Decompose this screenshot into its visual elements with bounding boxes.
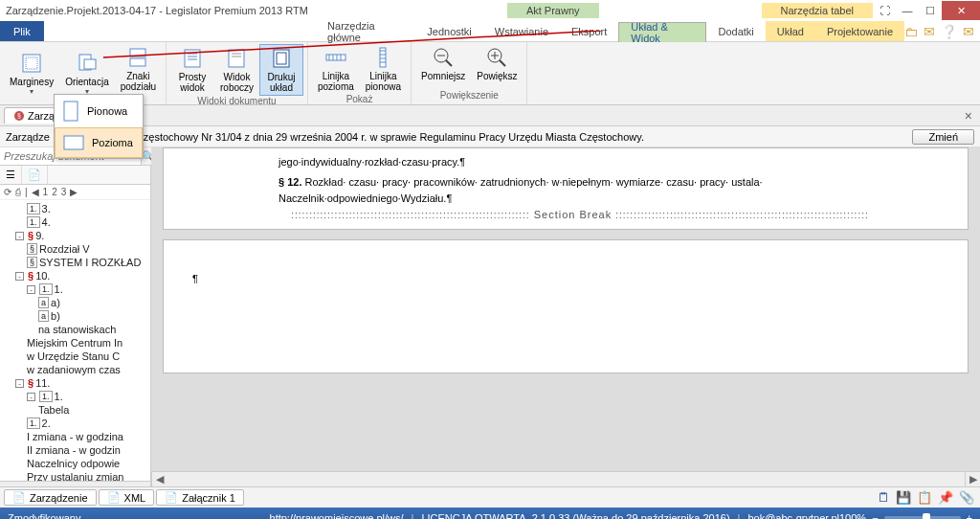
tree-scrollbar[interactable]: [0, 481, 150, 486]
ribbon-body: Marginesy▾ Orientacja▾ Znaki podziału▾ U…: [0, 42, 980, 105]
tree-node[interactable]: 1. 3.: [0, 202, 150, 215]
tree-node[interactable]: a a): [0, 296, 150, 309]
tree-node[interactable]: na stanowiskach: [0, 323, 150, 336]
tree-node[interactable]: § SYSTEM I ROZKŁAD: [0, 256, 150, 269]
title-bar: Zarządzenie.Projekt.2013-04-17 - Legisla…: [0, 0, 980, 21]
tab-dodatki[interactable]: Dodatki: [706, 21, 765, 41]
tab-wstawianie[interactable]: Wstawianie: [483, 21, 560, 41]
bt-icon-2[interactable]: 💾: [896, 490, 911, 505]
zmien-button[interactable]: Zmień: [912, 129, 974, 145]
tree-node[interactable]: § Rozdział V: [0, 242, 150, 256]
horizontal-scrollbar[interactable]: ◀ ▶: [151, 471, 980, 486]
btab-zarzadzenie[interactable]: 📄Zarządzenie: [4, 489, 97, 506]
help-icon[interactable]: ❔: [941, 24, 957, 39]
svg-line-29: [500, 60, 505, 66]
status-mod: Zmodyfikowany: [8, 512, 80, 519]
tab-uklad-widok[interactable]: Układ & Widok: [618, 22, 706, 42]
para-line: jego·indywidualny·rozkład·czasu·pracy.¶: [278, 154, 881, 170]
tab-table-projektowanie[interactable]: Projektowanie: [815, 21, 904, 41]
linijka-pozioma-button[interactable]: Linijka pozioma: [312, 44, 360, 94]
svg-rect-32: [64, 102, 78, 121]
status-zoom: 100%: [839, 512, 866, 519]
tab-plik[interactable]: Plik: [0, 21, 44, 41]
breaks-icon: [126, 46, 149, 69]
side-tab-structure-icon[interactable]: ☰: [0, 166, 22, 184]
document-tabs: § Zarząd × ×: [0, 105, 980, 126]
tree-node[interactable]: Tabela: [0, 403, 150, 417]
tool-refresh-icon[interactable]: ⟳: [4, 187, 11, 197]
status-url: http://prawomiejscowe.pl/ws/: [270, 512, 404, 519]
orientation-icon: [76, 52, 99, 75]
tree-node[interactable]: -§ 11.: [0, 376, 150, 390]
tree-node[interactable]: a b): [0, 309, 150, 323]
tree-node[interactable]: w Urzędzie Stanu C: [0, 350, 150, 363]
linijka-pionowa-button[interactable]: Linijka pionowa: [360, 44, 407, 94]
tree-node[interactable]: Naczelnicy odpowie: [0, 457, 150, 470]
tabs-close-button[interactable]: ×: [957, 108, 980, 124]
hruler-icon: [324, 46, 347, 69]
tab-narzedzia-glowne[interactable]: Narzędzia główne: [316, 21, 415, 41]
tree-node[interactable]: w zadaniowym czas: [0, 363, 150, 376]
fullscreen-icon[interactable]: ⛶: [873, 1, 896, 20]
folder-icon[interactable]: 🗀: [904, 24, 918, 39]
svg-rect-33: [64, 136, 83, 149]
tree-node[interactable]: Miejskim Centrum In: [0, 336, 150, 350]
tree-node[interactable]: 1. 2.: [0, 417, 150, 430]
btab-zalacznik[interactable]: 📄Załącznik 1: [156, 489, 244, 506]
drukuj-uklad-button[interactable]: Drukuj układ: [259, 44, 303, 96]
pomniejsz-button[interactable]: Pomniejsz: [415, 44, 471, 83]
svg-rect-6: [185, 50, 200, 67]
orientation-pionowa[interactable]: Pionowa: [55, 95, 143, 127]
side-tab-nav-icon[interactable]: 📄: [22, 166, 48, 184]
prosty-widok-button[interactable]: Prosty widok: [170, 44, 214, 96]
status-bar: Zmodyfikowany http://prawomiejscowe.pl/w…: [0, 508, 980, 519]
minimize-button[interactable]: —: [896, 1, 919, 20]
zoom-out-icon[interactable]: −: [872, 512, 878, 519]
zoom-in-icon[interactable]: +: [967, 512, 972, 519]
marginesy-button[interactable]: Marginesy▾: [4, 44, 59, 102]
bt-icon-4[interactable]: 📌: [938, 490, 953, 505]
widok-roboczy-button[interactable]: Widok roboczy: [214, 44, 259, 96]
tree-node[interactable]: I zmiana - w godzina: [0, 430, 150, 443]
close-button[interactable]: ✕: [942, 1, 980, 20]
btab-xml[interactable]: 📄XML: [99, 489, 155, 506]
tab-jednostki[interactable]: Jednostki: [415, 21, 482, 41]
bt-icon-3[interactable]: 📋: [917, 490, 932, 505]
svg-rect-3: [84, 59, 96, 69]
bt-icon-5[interactable]: 📎: [959, 490, 974, 505]
simple-view-icon: [181, 47, 204, 70]
tree-node[interactable]: II zmiana - w godzin: [0, 443, 150, 457]
tool-left-icon[interactable]: ◀: [32, 187, 39, 197]
document-canvas[interactable]: jego·indywidualny·rozkład·czasu·pracy.¶ …: [151, 147, 980, 471]
attach-icon: 📄: [165, 491, 178, 504]
status-license: LICENCJA OTWARTA, 2.1.0.33 (Ważna do 29 …: [421, 512, 729, 519]
powieksz-button[interactable]: Powiększ: [471, 44, 523, 83]
structure-tree[interactable]: 1. 3.1. 4.-§ 9.§ Rozdział V§ SYSTEM I RO…: [0, 200, 150, 481]
tree-node[interactable]: 1. 4.: [0, 215, 150, 229]
scroll-left-icon[interactable]: ◀: [151, 472, 167, 486]
doc-icon: 📄: [12, 491, 26, 504]
status-email: bok@abc-grytner.pl: [747, 512, 839, 519]
tree-node[interactable]: -§ 9.: [0, 229, 150, 242]
maximize-button[interactable]: ☐: [919, 1, 942, 20]
tree-node[interactable]: -1. 1.: [0, 282, 150, 296]
tree-node[interactable]: -1. 1.: [0, 390, 150, 403]
tab-table-uklad[interactable]: Układ: [766, 21, 815, 41]
scroll-right-icon[interactable]: ▶: [965, 472, 980, 486]
orientation-pozioma[interactable]: Pozioma: [55, 127, 143, 158]
page-2: ¶: [163, 239, 969, 373]
mail-icon[interactable]: ✉: [924, 24, 935, 39]
svg-line-26: [446, 60, 452, 66]
info-icon[interactable]: ✉: [963, 24, 974, 39]
tool-right-icon[interactable]: ▶: [70, 187, 78, 197]
side-panel: 🔍 ☰ 📄 ⟳ ⎙ | ◀ 1 2 3 ▶ 1. 3.1. 4.-§ 9.§ R…: [0, 147, 151, 486]
tree-node[interactable]: Przy ustalaniu zmian: [0, 470, 150, 481]
dirty-badge-icon: §: [14, 111, 24, 121]
landscape-icon: [63, 134, 84, 151]
window-title: Zarządzenie.Projekt.2013-04-17 - Legisla…: [0, 5, 308, 16]
tool-nav-icon[interactable]: ⎙: [15, 187, 21, 197]
group-pokaz: Pokaż: [346, 94, 373, 106]
bt-icon-1[interactable]: 🗒: [878, 490, 890, 505]
tab-eksport[interactable]: Eksport: [560, 21, 618, 41]
tree-node[interactable]: -§ 10.: [0, 269, 150, 282]
